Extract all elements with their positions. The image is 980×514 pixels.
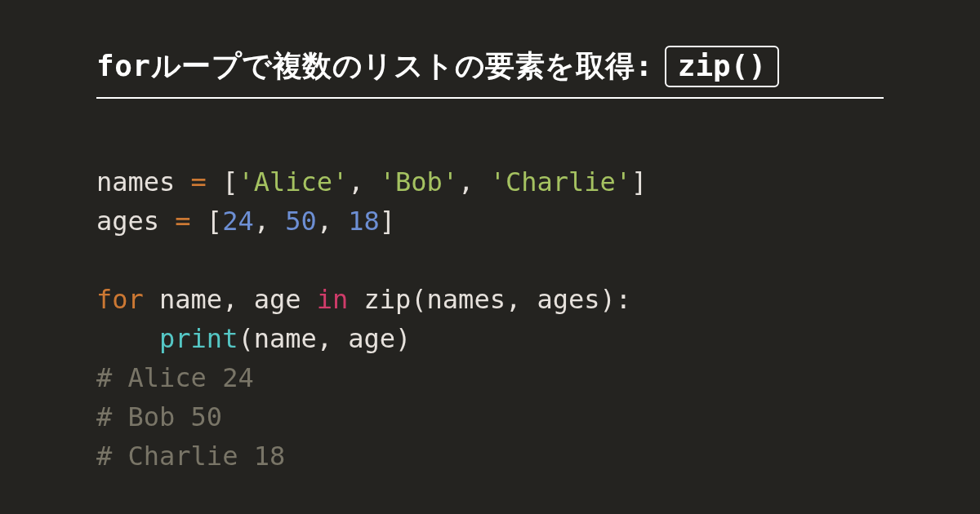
token-var: names xyxy=(96,166,175,197)
token-keyword-in: in xyxy=(317,284,349,315)
token-number: 24 xyxy=(222,206,254,237)
token-comma: , xyxy=(254,206,286,237)
token-bracket-close: ] xyxy=(380,206,395,237)
token-bracket-open: [ xyxy=(222,166,238,197)
token-assign: = xyxy=(175,166,222,197)
token-string: 'Charlie' xyxy=(490,166,631,197)
token-args: (name, age) xyxy=(238,323,411,354)
token-indent xyxy=(96,323,159,354)
code-line-4: for name, age in zip(names, ages): xyxy=(96,284,631,315)
token-keyword-for: for xyxy=(96,284,144,315)
code-block: names = ['Alice', 'Bob', 'Charlie'] ages… xyxy=(96,123,884,514)
token-string: 'Alice' xyxy=(238,166,348,197)
title-text: forループで複数のリストの要素を取得: xyxy=(96,47,653,86)
token-vars: name, age xyxy=(144,284,317,315)
title-row: forループで複数のリストの要素を取得: zip() xyxy=(96,46,884,99)
code-line-5: print(name, age) xyxy=(96,323,411,354)
code-line-1: names = ['Alice', 'Bob', 'Charlie'] xyxy=(96,166,647,197)
code-line-6-comment: # Alice 24 xyxy=(96,362,254,393)
title-boxed-code: zip() xyxy=(665,46,779,87)
code-line-2: ages = [24, 50, 18] xyxy=(96,206,395,237)
token-number: 50 xyxy=(285,206,317,237)
code-line-7-comment: # Bob 50 xyxy=(96,401,222,432)
token-assign: = xyxy=(159,206,207,237)
token-string: 'Bob' xyxy=(380,166,458,197)
token-call: zip(names, ages): xyxy=(348,284,631,315)
token-bracket-open: [ xyxy=(207,206,222,237)
token-comma: , xyxy=(317,206,349,237)
token-comma: , xyxy=(348,166,380,197)
token-comma: , xyxy=(458,166,490,197)
code-line-8-comment: # Charlie 18 xyxy=(96,441,285,472)
content-container: forループで複数のリストの要素を取得: zip() names = ['Ali… xyxy=(0,0,980,514)
token-bracket-close: ] xyxy=(631,166,647,197)
token-number: 18 xyxy=(348,206,380,237)
token-function: print xyxy=(159,323,238,354)
token-var: ages xyxy=(96,206,159,237)
